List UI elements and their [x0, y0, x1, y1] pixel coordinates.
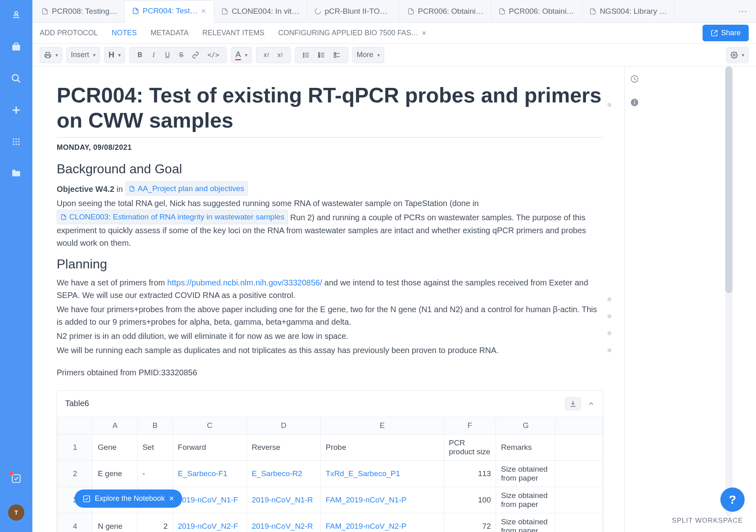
svg-point-6 [13, 141, 15, 143]
stab-metadata[interactable]: METADATA [151, 29, 189, 37]
tab-pcr004[interactable]: PCR004: Test… ✕ [125, 0, 214, 23]
share-icon [711, 30, 718, 37]
more-menu[interactable]: More [352, 47, 384, 63]
superscript-button[interactable]: x2 [274, 49, 286, 61]
table-row[interactable]: 4 N gene 2 2019-nCoV_N2-F 2019-nCoV_N2-R… [57, 513, 603, 532]
tab-pcr006b[interactable]: PCR006: Obtaini… [491, 0, 582, 22]
link-primer[interactable]: FAM_2019-nCoV_N1-P [321, 487, 444, 513]
link-primer[interactable]: 2019-nCoV_N2-R [247, 513, 321, 532]
tab-label: CLONE004: In vit… [232, 7, 299, 16]
tab-pcr006a[interactable]: PCR006: Obtaini… [400, 0, 491, 22]
search-icon[interactable] [11, 73, 22, 84]
svg-point-26 [634, 100, 635, 101]
link-primer[interactable]: E_Sarbeco-F1 [173, 460, 247, 487]
link-primer[interactable]: E_Sarbeco-R2 [247, 460, 321, 487]
outline-dot[interactable] [607, 103, 611, 107]
table-name: Table6 [65, 399, 89, 408]
share-button[interactable]: Share [703, 25, 749, 41]
heading-menu[interactable]: H [104, 47, 125, 63]
stab-notes[interactable]: NOTES [112, 29, 137, 37]
split-workspace-button[interactable]: SPLIT WORKSPACE [667, 513, 748, 529]
tab-clone004[interactable]: CLONE004: In vit… [214, 0, 307, 22]
numbered-list-icon: 123 [318, 51, 325, 59]
col-B[interactable]: B [137, 417, 172, 434]
strike-button[interactable]: S [175, 49, 187, 61]
user-avatar[interactable]: T [8, 504, 24, 521]
link-button[interactable] [189, 49, 202, 61]
stab-configuring[interactable]: CONFIGURING APPLIED BIO 7500 FAS… ✕ [278, 29, 427, 37]
close-icon[interactable]: ✕ [422, 30, 427, 37]
close-icon[interactable]: ✕ [169, 495, 174, 502]
info-icon[interactable] [630, 98, 639, 107]
link-primer[interactable]: TxRd_E_Sarbeco_P1 [321, 460, 444, 487]
app-logo-icon[interactable] [11, 10, 22, 21]
script-group: x2 x2 [256, 47, 291, 63]
tabs-overflow-icon[interactable]: ⋯ [730, 6, 756, 17]
link-primer[interactable]: 2019-nCoV_N1-R [247, 487, 321, 513]
link-primer[interactable]: 2019-nCoV_N1-F [173, 487, 247, 513]
bullet-list-button[interactable] [299, 49, 313, 61]
add-icon[interactable] [11, 104, 22, 116]
tab-pcrblunt[interactable]: pCR-Blunt II-TOP… [307, 0, 400, 22]
briefcase-icon[interactable] [11, 41, 22, 53]
loading-icon [314, 8, 322, 15]
underline-button[interactable]: U [161, 49, 173, 61]
bold-button[interactable]: B [134, 49, 146, 61]
table-corner[interactable] [57, 417, 93, 434]
col-C[interactable]: C [173, 417, 247, 434]
font-color-menu[interactable]: A [231, 47, 251, 63]
collapse-table-button[interactable] [588, 400, 595, 407]
page-title[interactable]: PCR004: Test of existing RT-qPCR probes … [57, 83, 603, 138]
col-A[interactable]: A [93, 417, 137, 434]
tab-ngs004[interactable]: NGS004: Library … [582, 0, 675, 22]
col-G[interactable]: G [496, 417, 556, 434]
scrollbar-track[interactable] [725, 66, 733, 516]
tasks-icon[interactable] [11, 473, 22, 484]
outline-dot[interactable] [607, 331, 611, 335]
outline-dot[interactable] [607, 297, 611, 301]
svg-point-22 [733, 54, 735, 56]
download-table-button[interactable] [565, 397, 581, 410]
print-menu[interactable] [40, 47, 62, 63]
subscript-button[interactable]: x2 [260, 49, 273, 61]
history-icon[interactable] [630, 74, 639, 83]
file-icon [41, 8, 49, 15]
svg-point-4 [15, 138, 17, 140]
help-fab[interactable]: ? [720, 487, 745, 512]
folder-icon[interactable] [11, 168, 22, 179]
stab-add-protocol[interactable]: ADD PROTOCOL [40, 29, 98, 37]
insert-menu[interactable]: Insert [66, 47, 100, 63]
outline-dot[interactable] [607, 348, 611, 352]
link-clone003[interactable]: CLONE003: Estimation of RNA integrity in… [57, 210, 288, 224]
col-E[interactable]: E [321, 417, 444, 434]
svg-point-16 [303, 56, 304, 57]
tab-pcr008[interactable]: PCR008: Testing… [34, 0, 125, 22]
section-background: Background and Goal [57, 162, 603, 177]
plan-p4: We will be running each sample as duplic… [57, 344, 603, 357]
link-primer[interactable]: FAM_2019-nCoV_N2-P [321, 513, 444, 532]
scrollbar-thumb[interactable] [725, 66, 733, 293]
close-icon[interactable]: ✕ [201, 7, 206, 15]
col-F[interactable]: F [444, 417, 496, 434]
stab-relevant[interactable]: RELEVANT ITEMS [202, 29, 264, 37]
link-primer[interactable]: 2019-nCoV_N2-F [173, 513, 247, 532]
explore-notebook-button[interactable]: Explore the Notebook ✕ [75, 489, 182, 508]
checklist-button[interactable] [330, 49, 344, 61]
svg-rect-27 [84, 496, 90, 502]
explore-label: Explore the Notebook [95, 494, 165, 503]
apps-grid-icon[interactable] [11, 136, 22, 147]
outline-dot[interactable] [607, 314, 611, 318]
file-icon [132, 7, 139, 15]
file-icon [221, 8, 228, 15]
numbered-list-button[interactable]: 123 [315, 49, 328, 61]
link-pubmed[interactable]: https://pubmed.ncbi.nlm.nih.gov/33320856… [167, 278, 322, 287]
primary-tabs: PCR008: Testing… PCR004: Test… ✕ CLONE00… [32, 0, 756, 23]
table-row[interactable]: 2 E gene - E_Sarbeco-F1 E_Sarbeco-R2 TxR… [57, 460, 603, 487]
primer-table[interactable]: A B C D E F G 1 [57, 417, 603, 532]
settings-menu[interactable] [726, 47, 749, 63]
table-header-row[interactable]: 1 Gene Set Forward Reverse Probe PCR pro… [57, 434, 603, 460]
code-button[interactable]: </> [204, 49, 222, 61]
link-project-plan[interactable]: AA_Project plan and objectives [125, 181, 248, 196]
col-D[interactable]: D [247, 417, 321, 434]
italic-button[interactable]: I [147, 49, 160, 61]
